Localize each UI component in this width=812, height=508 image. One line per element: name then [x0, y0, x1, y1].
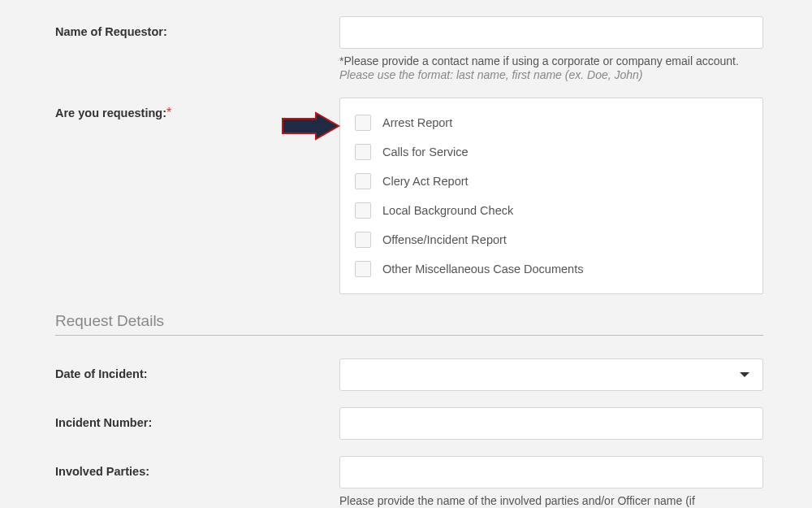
checkbox-label: Clery Act Report [382, 175, 469, 188]
checkbox-calls-for-service[interactable] [355, 144, 371, 160]
involved-parties-input[interactable] [339, 456, 763, 488]
checkbox-label: Other Miscellaneous Case Documents [382, 263, 583, 276]
row-involved-parties: Involved Parties: Please provide the nam… [55, 456, 763, 508]
checkbox-arrest-report[interactable] [355, 115, 371, 131]
input-col: Arrest Report Calls for Service Clery Ac… [339, 98, 763, 294]
label-col: Are you requesting:* [55, 98, 339, 120]
checkbox-row-offense-incident: Offense/Incident Report [355, 225, 748, 254]
row-name-of-requestor: Name of Requestor: *Please provide a con… [55, 16, 763, 81]
incident-number-input[interactable] [339, 407, 763, 440]
name-of-requestor-input[interactable] [339, 16, 763, 49]
form-container: Name of Requestor: *Please provide a con… [0, 0, 812, 508]
section-divider [55, 335, 763, 336]
label-col: Involved Parties: [55, 456, 339, 479]
date-of-incident-select[interactable] [339, 358, 763, 391]
label-col: Date of Incident: [55, 358, 339, 381]
checkbox-row-clery-act: Clery Act Report [355, 167, 748, 196]
checkbox-row-arrest-report: Arrest Report [355, 108, 748, 137]
label-date-of-incident: Date of Incident: [55, 367, 148, 380]
checkbox-other-misc[interactable] [355, 261, 371, 277]
checkbox-group-requesting: Arrest Report Calls for Service Clery Ac… [339, 98, 763, 294]
label-col: Incident Number: [55, 407, 339, 430]
checkbox-row-other-misc: Other Miscellaneous Case Documents [355, 254, 748, 284]
checkbox-row-local-background: Local Background Check [355, 196, 748, 225]
checkbox-local-background[interactable] [355, 202, 371, 219]
row-are-you-requesting: Are you requesting:* Arrest Report Calls… [55, 98, 763, 294]
checkbox-label: Arrest Report [382, 116, 452, 129]
checkbox-label: Local Background Check [382, 204, 513, 217]
help-text-name1: *Please provide a contact name if using … [339, 54, 763, 68]
input-col [339, 358, 763, 391]
input-col: *Please provide a contact name if using … [339, 16, 763, 81]
caret-down-icon [740, 372, 749, 377]
required-mark: * [166, 106, 171, 119]
help-text-name2: Please use the format: last name, first … [339, 68, 763, 81]
checkbox-offense-incident[interactable] [355, 232, 371, 248]
label-involved-parties: Involved Parties: [55, 465, 149, 478]
label-col: Name of Requestor: [55, 16, 339, 39]
section-heading-request-details: Request Details [55, 312, 763, 330]
label-incident-number: Incident Number: [55, 416, 152, 429]
row-incident-number: Incident Number: [55, 407, 763, 440]
label-name-of-requestor: Name of Requestor: [55, 25, 167, 38]
checkbox-clery-act[interactable] [355, 173, 371, 189]
input-col [339, 407, 763, 440]
input-col: Please provide the name of the involved … [339, 456, 763, 508]
label-are-you-requesting: Are you requesting: [55, 106, 166, 119]
checkbox-label: Offense/Incident Report [382, 233, 507, 246]
help-text-involved: Please provide the name of the involved … [339, 493, 763, 508]
checkbox-label: Calls for Service [382, 145, 469, 158]
checkbox-row-calls-for-service: Calls for Service [355, 137, 748, 167]
row-date-of-incident: Date of Incident: [55, 358, 763, 391]
